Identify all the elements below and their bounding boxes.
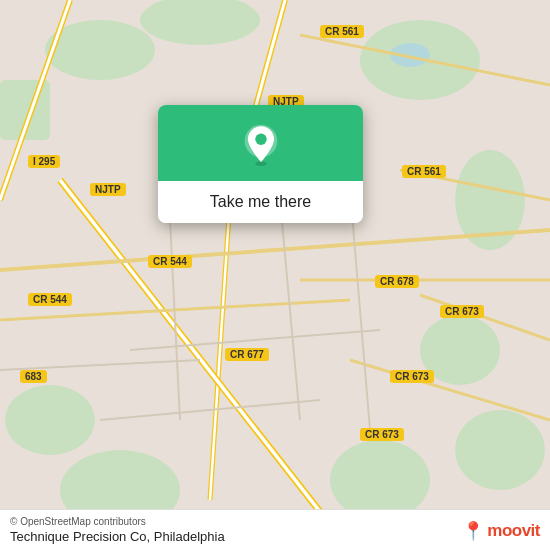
road-badge: I 295 [28, 155, 60, 168]
road-badge: CR 561 [402, 165, 446, 178]
osm-credit: © OpenStreetMap contributors [10, 516, 540, 527]
road-badge: CR 544 [148, 255, 192, 268]
location-pin-icon [239, 123, 283, 167]
moovit-pin-icon: 📍 [462, 520, 484, 542]
road-badge: CR 673 [440, 305, 484, 318]
moovit-logo: 📍 moovit [462, 520, 540, 542]
moovit-brand-text: moovit [487, 521, 540, 541]
road-badge: 683 [20, 370, 47, 383]
popup-card: Take me there [158, 105, 363, 223]
map-container: I 295NJTPNJTPCR 561CR 561CR 544CR 544CR … [0, 0, 550, 550]
svg-point-4 [5, 385, 95, 455]
road-badge: CR 678 [375, 275, 419, 288]
take-me-there-button[interactable]: Take me there [158, 181, 363, 223]
popup-top [158, 105, 363, 181]
road-badge: CR 673 [360, 428, 404, 441]
svg-point-9 [455, 410, 545, 490]
road-badge: CR 677 [225, 348, 269, 361]
map-background [0, 0, 550, 550]
location-label: Technique Precision Co, Philadelphia [10, 529, 540, 544]
road-badge: NJTP [90, 183, 126, 196]
svg-point-8 [330, 440, 430, 520]
road-badge: CR 544 [28, 293, 72, 306]
road-badge: CR 673 [390, 370, 434, 383]
svg-point-35 [255, 134, 266, 145]
road-badge: CR 561 [320, 25, 364, 38]
